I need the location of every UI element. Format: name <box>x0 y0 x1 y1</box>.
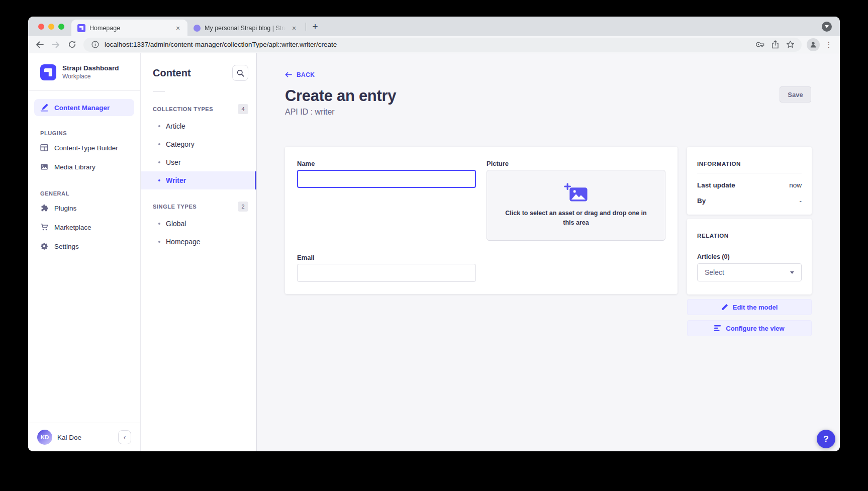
content-type-label: Global <box>166 220 186 228</box>
content-type-label: Category <box>166 140 195 148</box>
upload-hint: Click to select an asset or drag and dro… <box>505 209 647 228</box>
relation-card: RELATION Articles (0) Select <box>687 219 812 294</box>
information-title: INFORMATION <box>697 161 802 167</box>
pencil-icon <box>721 304 728 311</box>
bookmark-star-icon[interactable] <box>785 39 796 50</box>
avatar[interactable]: KD <box>37 430 52 445</box>
arrow-left-icon <box>285 72 292 77</box>
single-type-homepage[interactable]: Homepage <box>141 233 256 251</box>
content-type-label: User <box>166 158 181 166</box>
password-key-icon[interactable] <box>754 39 765 50</box>
sidebar-item-label: Settings <box>54 243 79 250</box>
search-button[interactable] <box>232 65 248 81</box>
bullet-icon <box>158 125 160 127</box>
picture-label: Picture <box>487 160 665 167</box>
divider <box>697 173 802 173</box>
sidebar-item-marketplace[interactable]: Marketplace <box>28 218 140 237</box>
picture-upload-dropzone[interactable]: Click to select an asset or drag and dro… <box>487 170 665 241</box>
main-sidebar: Strapi Dashboard Workplace Content Manag… <box>28 53 141 451</box>
workspace-name: Workplace <box>62 73 119 80</box>
strapi-logo-icon <box>40 64 56 80</box>
sidebar-item-content-type-builder[interactable]: Content-Type Builder <box>28 138 140 157</box>
collection-types-count-badge: 4 <box>238 104 248 114</box>
tab-divider <box>306 23 306 31</box>
last-update-value: now <box>789 181 802 189</box>
collapse-sidebar-button[interactable]: ‹ <box>118 430 131 444</box>
new-tab-button[interactable]: + <box>308 20 322 34</box>
browser-tabstrip: Homepage × My personal Strapi blog | Str… <box>28 17 840 36</box>
bullet-icon <box>158 223 160 225</box>
person-icon <box>809 41 817 49</box>
content-nav-title: Content <box>153 67 191 79</box>
select-placeholder: Select <box>705 268 724 276</box>
share-icon[interactable] <box>769 39 781 50</box>
configure-the-view-label: Configure the view <box>726 325 784 332</box>
add-picture-icon <box>564 183 588 202</box>
content-type-user[interactable]: User <box>141 153 256 171</box>
divider <box>697 245 802 245</box>
sidebar-item-content-manager[interactable]: Content Manager <box>34 99 134 116</box>
sidebar-item-settings[interactable]: Settings <box>28 237 140 256</box>
sidebar-section-plugins: PLUGINS <box>40 130 128 136</box>
single-type-global[interactable]: Global <box>141 215 256 233</box>
tab-strapi-blog[interactable]: My personal Strapi blog | Strap × <box>187 20 304 36</box>
layout-grid-icon <box>40 144 48 152</box>
edit-the-model-label: Edit the model <box>733 304 778 311</box>
browser-menu-button[interactable]: ⋮ <box>823 39 835 51</box>
content-type-category[interactable]: Category <box>141 135 256 153</box>
minimize-window-button[interactable] <box>48 24 54 30</box>
tab-search-button[interactable] <box>822 22 832 32</box>
sidebar-item-label: Content Manager <box>54 104 110 112</box>
forward-button[interactable] <box>49 38 62 51</box>
close-tab-icon[interactable]: × <box>290 24 299 33</box>
last-update-row: Last update now <box>697 181 802 189</box>
last-update-label: Last update <box>697 181 735 189</box>
configure-lines-icon <box>714 325 721 331</box>
browser-profile-button[interactable] <box>807 38 820 51</box>
name-input[interactable] <box>297 170 476 188</box>
tab-homepage[interactable]: Homepage × <box>71 20 187 36</box>
content-type-article[interactable]: Article <box>141 117 256 135</box>
section-collection-types: COLLECTION TYPES <box>153 106 213 112</box>
main-content: BACK Create an entry API ID : writer Sav… <box>257 53 840 451</box>
puzzle-icon <box>40 204 48 212</box>
sidebar-item-label: Media Library <box>54 163 95 171</box>
content-type-label: Writer <box>166 176 186 184</box>
sidebar-item-label: Marketplace <box>54 224 91 231</box>
back-button[interactable] <box>33 38 46 51</box>
cart-icon <box>40 223 48 231</box>
address-bar[interactable]: localhost:1337/admin/content-manager/col… <box>83 38 802 52</box>
content-type-label: Homepage <box>166 238 201 246</box>
sidebar-item-plugins[interactable]: Plugins <box>28 199 140 218</box>
configure-the-view-button[interactable]: Configure the view <box>687 320 812 336</box>
by-value: - <box>800 197 802 205</box>
articles-select[interactable]: Select <box>697 263 802 281</box>
help-button[interactable]: ? <box>817 430 835 448</box>
reload-icon <box>68 40 76 49</box>
zoom-window-button[interactable] <box>58 24 64 30</box>
sidebar-item-label: Plugins <box>54 205 76 212</box>
close-tab-icon[interactable]: × <box>173 24 182 33</box>
page-info-icon[interactable] <box>89 39 101 50</box>
edit-the-model-button[interactable]: Edit the model <box>687 299 812 315</box>
strapi-admin: Strapi Dashboard Workplace Content Manag… <box>28 53 840 451</box>
arrow-left-icon <box>35 40 44 49</box>
blog-favicon-icon <box>194 25 201 32</box>
email-input[interactable] <box>297 264 476 282</box>
content-type-writer[interactable]: Writer <box>141 171 256 189</box>
picture-field-group: Picture Click to select an asset or drag… <box>487 160 665 241</box>
tab-title: My personal Strapi blog | Strap <box>205 25 285 32</box>
information-card: INFORMATION Last update now By - <box>687 147 812 215</box>
reload-button[interactable] <box>65 38 78 51</box>
by-label: By <box>697 197 706 205</box>
save-button[interactable]: Save <box>780 86 811 103</box>
back-link[interactable]: BACK <box>285 71 315 78</box>
back-label: BACK <box>297 71 315 78</box>
sidebar-item-media-library[interactable]: Media Library <box>28 157 140 176</box>
close-window-button[interactable] <box>38 24 44 30</box>
email-field-group: Email <box>297 254 476 282</box>
url-text[interactable]: localhost:1337/admin/content-manager/col… <box>105 41 750 48</box>
side-panel: INFORMATION Last update now By - RELATIO… <box>687 147 812 336</box>
email-label: Email <box>297 254 476 261</box>
chevron-down-icon <box>790 271 794 274</box>
